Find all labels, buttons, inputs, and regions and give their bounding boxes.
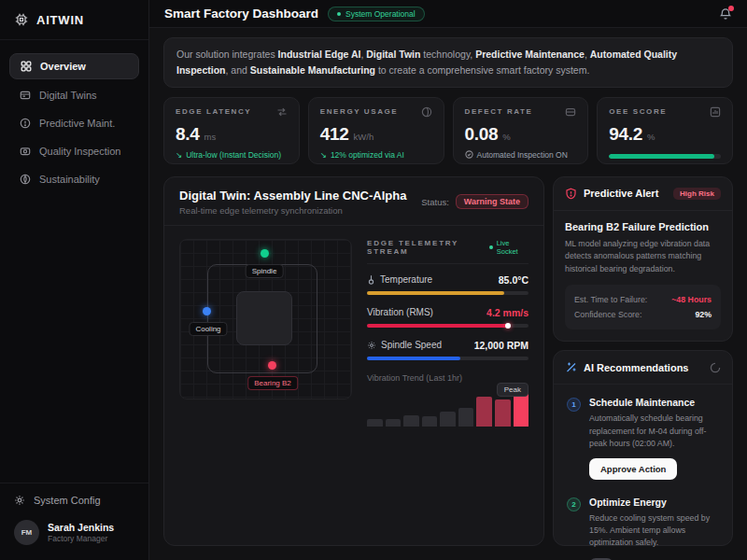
sidebar-item-label: Sustainability [39, 174, 100, 185]
vibration-bar-fill [367, 324, 509, 328]
telemetry-label: Vibration (RMS) [367, 307, 433, 317]
live-socket-indicator: Live Socket [489, 239, 529, 256]
sensor-label-bearing-b2: Bearing B2 [247, 376, 298, 390]
kpi-value: 94.2 [609, 124, 642, 145]
notification-dot [728, 6, 734, 11]
user-name: Sarah Jenkins [48, 522, 114, 533]
kpi-subtext: Automated Inspection ON [465, 150, 577, 160]
recommendations-body: 1 Schedule Maintenance Automatically sch… [554, 385, 732, 560]
system-config-item[interactable]: System Config [14, 495, 134, 506]
intro-card: Our solution integrates Industrial Edge … [163, 37, 733, 88]
sidebar-item-label: Quality Inspection [39, 146, 120, 157]
sensor-label-cooling: Cooling [189, 322, 227, 336]
kpi-label: EDGE LATENCY [176, 107, 251, 116]
kpi-value: 412 [320, 124, 349, 145]
stat-label: Est. Time to Failure: [574, 295, 647, 304]
status-dot [337, 12, 341, 16]
sidebar-item-overview[interactable]: Overview [9, 53, 139, 79]
kpi-value: 8.4 [176, 124, 200, 145]
chip-logo-icon [14, 12, 29, 27]
app-window: AITWIN Overview Digital Twins [0, 0, 747, 560]
energy-gauge-icon [421, 106, 432, 118]
sidebar-item-digital-twins[interactable]: Digital Twins [9, 83, 139, 107]
alert-body: Bearing B2 Failure Prediction ML model a… [554, 211, 732, 342]
trend-bar [403, 415, 419, 426]
rec-content: Optimize Energy Reduce cooling system sp… [589, 497, 719, 560]
stat-row-confidence: Confidence Score: 92% [574, 307, 712, 322]
sidebar-item-predictive-maint[interactable]: Predictive Maint. [9, 111, 139, 135]
sidebar-item-quality-inspection[interactable]: Quality Inspection [9, 139, 139, 163]
recommendation-optimize-energy: 2 Optimize Energy Reduce cooling system … [567, 497, 719, 560]
machine-visualization: Spindle Cooling Bearing B2 [179, 239, 352, 399]
intro-segment: to create a comprehensive smart factory … [375, 64, 589, 76]
rec-title: Schedule Maintenance [589, 397, 719, 408]
twin-status: Status: Warning State [421, 194, 529, 209]
rec-number-badge: 2 [567, 497, 581, 511]
telemetry-label: Spindle Speed [381, 340, 442, 350]
thermometer-icon [367, 274, 375, 285]
page-title: Smart Factory Dashboard [164, 7, 318, 21]
sensor-dot-cooling[interactable] [203, 307, 211, 315]
alert-shield-icon [19, 118, 31, 129]
trend-bar [440, 412, 456, 426]
kpi-value: 0.08 [465, 124, 499, 145]
status-badge-label: System Operational [345, 9, 416, 19]
twin-subtitle: Real-time edge telemetry synchronization [179, 205, 406, 216]
intro-segment: , and [226, 64, 250, 76]
approve-action-button[interactable]: Approve Action [589, 458, 677, 480]
recommendations-header: AI Recommendations [554, 351, 732, 385]
grid-icon [20, 61, 32, 72]
alert-description: ML model analyzing edge vibration data d… [565, 238, 721, 276]
sidebar-item-label: Overview [40, 61, 86, 72]
telemetry-label: Temperature [380, 274, 432, 285]
sidebar-item-label: Predictive Maint. [39, 118, 115, 129]
high-risk-badge: High Risk [673, 188, 721, 200]
avatar: FM [14, 520, 39, 545]
brand-logo-row: AITWIN [0, 0, 148, 40]
vibration-bar-track [367, 324, 529, 328]
stat-row-time-to-failure: Est. Time to Failure: ~48 Hours [574, 292, 712, 307]
sidebar-item-sustainability[interactable]: Sustainability [9, 167, 139, 191]
sensor-dot-spindle[interactable] [261, 249, 269, 258]
notifications-button[interactable] [719, 7, 732, 21]
alert-header: Predictive Alert High Risk [554, 177, 732, 211]
rec-description: Automatically schedule bearing replaceme… [589, 413, 719, 450]
telemetry-row-temperature: Temperature 85.0°C [367, 274, 529, 295]
inspection-camera-icon [565, 106, 576, 118]
oee-progress-fill [609, 154, 714, 159]
ai-recommendations-panel: AI Recommendations 1 Sch [553, 350, 733, 546]
telemetry-column: EDGE TELEMETRY STREAM Live Socket [367, 239, 529, 427]
machine-core-block [236, 291, 292, 345]
system-status-badge: System Operational [328, 7, 425, 21]
digital-twin-header: Digital Twin: Assembly Line CNC-Alpha Re… [164, 177, 543, 226]
kpi-card-oee-score: OEE SCORE 94.2 % [597, 97, 733, 164]
predictive-alert-panel: Predictive Alert High Risk Bearing B2 Fa… [553, 176, 733, 343]
sparkles-icon [565, 361, 577, 373]
main-area: Smart Factory Dashboard System Operation… [149, 0, 747, 560]
layers-card-icon [19, 90, 31, 101]
sidebar-item-label: Digital Twins [39, 90, 97, 101]
brand-name: AITWIN [36, 13, 84, 27]
sensor-dot-bearing-b2[interactable] [268, 361, 276, 370]
peak-annotation-badge: Peak [497, 383, 529, 397]
live-dot [489, 245, 493, 249]
kpi-unit: kW/h [354, 132, 374, 142]
trend-bar [422, 416, 438, 426]
sidebar-nav: Overview Digital Twins Predictive Maint. [0, 40, 148, 483]
stat-label: Confidence Score: [574, 310, 641, 319]
kpi-label: DEFECT RATE [465, 107, 533, 116]
trend-bar [495, 399, 511, 427]
alert-stats-box: Est. Time to Failure: ~48 Hours Confiden… [565, 285, 721, 329]
kpi-label: ENERGY USAGE [320, 107, 399, 116]
user-profile[interactable]: FM Sarah Jenkins Factory Manager [14, 520, 134, 545]
sidebar: AITWIN Overview Digital Twins [0, 0, 149, 560]
twin-status-label: Status: [421, 197, 449, 207]
kpi-unit: % [502, 132, 510, 142]
kpi-unit: ms [204, 132, 217, 142]
kpi-subtext: ↘ Ultra-low (Instant Decision) [176, 150, 288, 160]
telemetry-row-vibration: Vibration (RMS) 4.2 mm/s [367, 307, 529, 328]
camera-scan-icon [19, 146, 31, 157]
telemetry-value: 4.2 mm/s [486, 307, 529, 318]
kpi-card-energy-usage: ENERGY USAGE 412 kW/h ↘ 12% optimiz [308, 97, 444, 164]
check-circle-icon [465, 150, 473, 159]
